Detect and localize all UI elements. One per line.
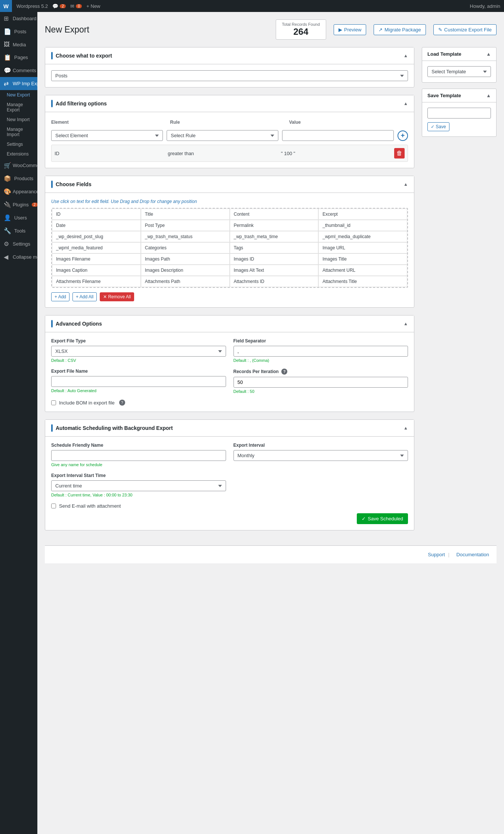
sidebar-item-appearance[interactable]: 🎨 Appearance [0, 185, 37, 198]
choose-export-chevron[interactable]: ▲ [403, 53, 408, 58]
field-cell[interactable]: _wp_desired_post_slug [52, 231, 141, 242]
field-cell[interactable]: Attachments ID [230, 276, 319, 287]
records-per-iteration-group: Records Per Iteration ? Default : 50 [234, 369, 408, 394]
sidebar-label-pages: Pages [14, 55, 28, 60]
save-template-button[interactable]: ✓ Save [427, 122, 449, 131]
admin-bar-right: Howdy, admin [470, 3, 500, 9]
field-cell[interactable]: Excerpt [318, 209, 407, 220]
sidebar-subitem-new-export[interactable]: New Export [0, 90, 37, 100]
sidebar-item-users[interactable]: 👤 Users [0, 211, 37, 224]
include-bom-info[interactable]: ? [119, 400, 125, 406]
field-cell[interactable]: Tags [230, 242, 319, 253]
start-time-group: Export Interval Start Time Current time … [51, 473, 230, 497]
preview-button[interactable]: ▶ Preview [334, 24, 366, 35]
field-cell[interactable]: _wpml_media_featured [52, 242, 141, 253]
documentation-link[interactable]: Documentation [457, 552, 489, 557]
field-cell[interactable]: Images ID [230, 253, 319, 265]
messages-badge: 0 [76, 4, 82, 8]
export-file-type-select[interactable]: XLSX CSV XML JSON [51, 346, 226, 357]
filter-delete-button[interactable]: 🗑 [394, 148, 405, 159]
migrate-package-button[interactable]: ↗ Migrate Package [374, 24, 426, 35]
field-cell[interactable]: Date [52, 220, 141, 231]
choose-export-body: Posts Pages Media Users WooCommerce Prod… [45, 64, 414, 87]
filtering-chevron[interactable]: ▲ [403, 101, 408, 106]
load-template-chevron[interactable]: ▲ [486, 51, 491, 57]
load-template-select[interactable]: Select Template Template 1 Template 2 [427, 66, 491, 77]
field-separator-input[interactable] [234, 346, 408, 357]
save-template-chevron[interactable]: ▲ [486, 93, 491, 98]
support-link[interactable]: Support [428, 552, 445, 557]
field-cell[interactable]: Images Caption [52, 265, 141, 276]
sidebar-subitem-settings[interactable]: Settings [0, 139, 37, 149]
sidebar-item-posts[interactable]: 📄 Posts [0, 25, 37, 38]
field-cell[interactable]: Images Description [141, 265, 230, 276]
export-interval-select[interactable]: Once Hourly Daily Weekly Monthly [234, 450, 408, 461]
field-cell[interactable]: _wpml_media_duplicate [318, 231, 407, 242]
add-all-fields-button[interactable]: + Add All [72, 292, 97, 301]
sidebar-item-comments[interactable]: 💬 Comments [0, 64, 37, 77]
sidebar-item-wpimp[interactable]: ⇄ WP Imp Exp [0, 77, 37, 90]
field-cell[interactable]: Image URL [318, 242, 407, 253]
sidebar-subitem-manage-import[interactable]: Manage Import [0, 124, 37, 139]
add-field-button[interactable]: + Add [51, 292, 69, 301]
include-bom-checkbox[interactable] [51, 400, 56, 405]
remove-all-fields-button[interactable]: ✕ Remove All [100, 292, 134, 301]
sidebar-item-tools[interactable]: 🔧 Tools [0, 224, 37, 237]
sidebar-item-dashboard[interactable]: ⊞ Dashboard [0, 12, 37, 25]
field-cell[interactable]: Post Type [141, 220, 230, 231]
field-cell[interactable]: _wp_trash_meta_status [141, 231, 230, 242]
send-email-checkbox[interactable] [51, 504, 56, 508]
sidebar-item-plugins[interactable]: 🔌 Plugins 2 [0, 198, 37, 211]
field-cell[interactable]: Attachments Title [318, 276, 407, 287]
field-cell[interactable]: Title [141, 209, 230, 220]
schedule-name-input[interactable] [51, 450, 226, 461]
field-cell[interactable]: Permalink [230, 220, 319, 231]
sidebar-item-settings[interactable]: ⚙ Settings [0, 237, 37, 250]
sidebar-subitem-extensions[interactable]: Extensions [0, 149, 37, 159]
field-cell[interactable]: Attachment URL [318, 265, 407, 276]
field-cell[interactable]: Images Title [318, 253, 407, 265]
filter-add-button[interactable]: + [398, 130, 408, 141]
field-cell[interactable]: Categories [141, 242, 230, 253]
field-cell[interactable]: _thumbnail_id [318, 220, 407, 231]
advanced-options-chevron[interactable]: ▲ [403, 321, 408, 326]
field-cell[interactable]: Content [230, 209, 319, 220]
wp-logo[interactable]: W [0, 0, 12, 12]
start-time-select[interactable]: Current time 00:00 06:00 12:00 18:00 [51, 480, 226, 491]
sidebar-item-woocommerce[interactable]: 🛒 WooCommerce [0, 159, 37, 172]
fields-hint: Use click on text for edit field. Use Dr… [51, 199, 408, 204]
save-scheduled-button[interactable]: ✓ Save Scheduled [357, 513, 408, 524]
choose-fields-chevron[interactable]: ▲ [403, 182, 408, 187]
field-cell[interactable]: _wp_trash_meta_time [230, 231, 319, 242]
admin-bar-comments[interactable]: 💬 2 [52, 3, 66, 9]
admin-bar-messages[interactable]: ✉ 0 [70, 3, 82, 9]
schedule-name-hint: Give any name for schedule [51, 462, 226, 467]
field-cell[interactable]: Attachments Filename [52, 276, 141, 287]
save-template-card: Save Template ▲ ✓ Save [422, 89, 497, 137]
admin-bar-howdy[interactable]: Howdy, admin [470, 3, 500, 9]
sidebar-subitem-new-import[interactable]: New Import [0, 115, 37, 124]
sidebar-subitem-manage-export[interactable]: Manage Export [0, 100, 37, 115]
field-cell[interactable]: Images Filename [52, 253, 141, 265]
filter-value-input[interactable] [282, 130, 394, 141]
export-type-select[interactable]: Posts Pages Media Users WooCommerce Prod… [51, 70, 408, 81]
sidebar-item-pages[interactable]: 📋 Pages [0, 51, 37, 64]
field-cell[interactable]: Attachments Path [141, 276, 230, 287]
admin-bar-new[interactable]: + New [86, 3, 100, 9]
field-cell[interactable]: ID [52, 209, 141, 220]
sidebar-item-media[interactable]: 🖼 Media [0, 38, 37, 51]
sidebar-item-collapse[interactable]: ◀ Collapse menu [0, 250, 37, 264]
records-per-iteration-info[interactable]: ? [281, 369, 287, 375]
field-cell[interactable]: Images Alt Text [230, 265, 319, 276]
users-icon: 👤 [4, 214, 11, 221]
admin-bar-site[interactable]: Wordpress 5.2 [16, 3, 48, 9]
filter-element-select[interactable]: Select Element ID Title Date [51, 130, 163, 141]
save-template-input[interactable] [427, 108, 491, 119]
filter-rule-select[interactable]: Select Rule equals greater than less tha… [167, 130, 278, 141]
sidebar-item-products[interactable]: 📦 Products [0, 172, 37, 185]
export-file-name-input[interactable] [51, 376, 226, 387]
field-cell[interactable]: Images Path [141, 253, 230, 265]
records-per-iteration-input[interactable] [234, 377, 408, 388]
customize-export-button[interactable]: ✎ Customize Export File [433, 24, 497, 35]
scheduling-chevron[interactable]: ▲ [403, 425, 408, 431]
